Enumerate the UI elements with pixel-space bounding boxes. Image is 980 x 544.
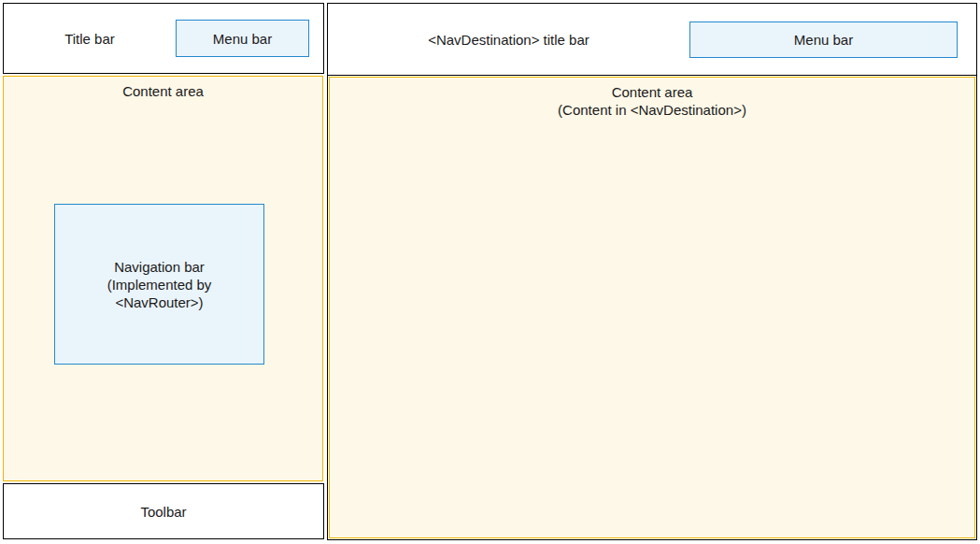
nav-destination-menu-bar-label: Menu bar [794, 32, 853, 48]
left-toolbar-label: Toolbar [140, 504, 186, 520]
nav-router-box-label: Navigation bar (Implemented by <NavRoute… [107, 258, 212, 311]
nav-destination-title-bar-label: <NavDestination> title bar [328, 32, 689, 48]
left-content-area: Content area Navigation bar (Implemented… [3, 76, 323, 481]
nav-destination-content-area: Content area (Content in <NavDestination… [329, 77, 975, 538]
nav-destination-title-bar: <NavDestination> title bar Menu bar [328, 4, 976, 76]
nav-destination-content-area-label: Content area (Content in <NavDestination… [330, 78, 974, 119]
nav-destination-panel: <NavDestination> title bar Menu bar Cont… [327, 3, 977, 540]
left-menu-bar-label: Menu bar [213, 31, 272, 47]
left-title-bar: Title bar Menu bar [3, 3, 324, 74]
nav-destination-menu-bar-box: Menu bar [689, 21, 958, 58]
nav-router-box: Navigation bar (Implemented by <NavRoute… [54, 204, 264, 365]
left-title-bar-label: Title bar [4, 31, 176, 47]
left-content-area-label: Content area [4, 77, 322, 100]
left-menu-bar-box: Menu bar [176, 20, 309, 57]
left-toolbar: Toolbar [3, 483, 324, 539]
